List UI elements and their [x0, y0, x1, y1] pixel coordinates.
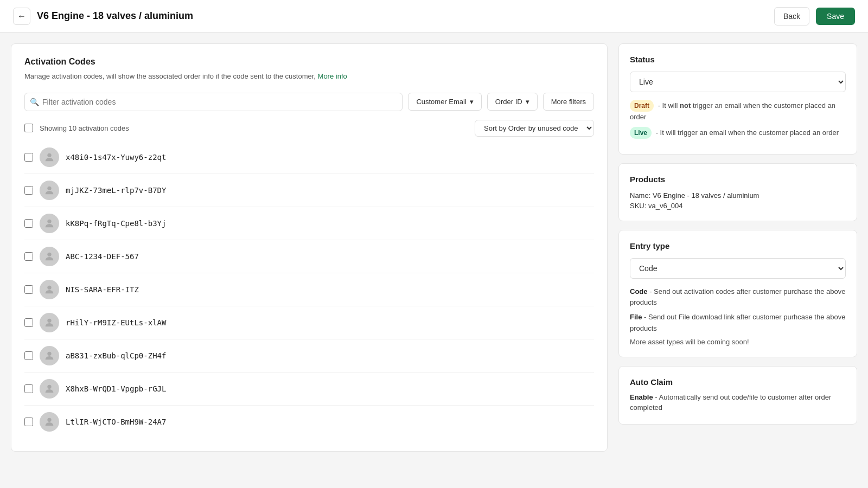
row-checkbox[interactable] [24, 351, 33, 360]
svg-point-7 [47, 384, 51, 388]
entry-type-select[interactable]: Code File [630, 258, 846, 279]
table-row: rHilY-rM9IZ-EUtLs-xlAW [24, 306, 594, 339]
save-button[interactable]: Save [816, 8, 855, 25]
avatar [40, 379, 59, 399]
row-checkbox[interactable] [24, 153, 33, 162]
search-icon: 🔍 [30, 98, 39, 106]
chevron-down-icon: ▾ [526, 98, 529, 106]
auto-claim-description: Enable - Automatically send out code/fil… [630, 392, 846, 413]
select-all-checkbox[interactable] [24, 124, 33, 132]
auto-claim-title: Auto Claim [630, 377, 846, 387]
activation-code: NIS-SARA-EFR-ITZ [66, 285, 139, 294]
more-info-link[interactable]: More info [318, 72, 347, 80]
activation-code: rHilY-rM9IZ-EUtLs-xlAW [66, 318, 166, 327]
products-title: Products [630, 175, 846, 184]
activation-code: ABC-1234-DEF-567 [66, 252, 139, 261]
customer-email-filter-button[interactable]: Customer Email ▾ [408, 93, 481, 111]
activation-code: X8hxB-WrQD1-Vpgpb-rGJL [66, 384, 166, 393]
avatar [40, 412, 59, 432]
filter-bar: 🔍 Customer Email ▾ Order ID ▾ More filte… [24, 93, 594, 111]
status-card: Status Live Draft Draft - It will not tr… [618, 43, 857, 155]
avatar [40, 313, 59, 332]
avatar [40, 346, 59, 365]
activation-code: kK8Pq-fRgTq-Cpe8l-b3Yj [66, 219, 166, 228]
top-bar: ← V6 Engine - 18 valves / aluminium Back… [0, 0, 868, 33]
back-button[interactable]: Back [774, 7, 809, 25]
row-checkbox[interactable] [24, 285, 33, 294]
svg-point-6 [47, 351, 51, 355]
auto-claim-card: Auto Claim Enable - Automatically send o… [618, 366, 857, 425]
svg-point-4 [47, 285, 51, 289]
more-filters-button[interactable]: More filters [543, 93, 594, 111]
sort-select[interactable]: Sort by Order by unused code [475, 120, 594, 137]
svg-point-5 [47, 318, 51, 322]
table-row: X8hxB-WrQD1-Vpgpb-rGJL [24, 372, 594, 405]
activation-code: aB831-zxBub-qlCp0-ZH4f [66, 351, 166, 360]
table-row: mjJKZ-73meL-rlp7v-B7DY [24, 174, 594, 207]
main-content: Activation Codes Manage activation codes… [0, 33, 868, 463]
table-row: kK8Pq-fRgTq-Cpe8l-b3Yj [24, 207, 594, 240]
product-sku: SKU: va_v6_004 [630, 202, 846, 210]
top-bar-left: ← V6 Engine - 18 valves / aluminium [13, 8, 193, 25]
svg-point-0 [47, 153, 51, 157]
table-row: aB831-zxBub-qlCp0-ZH4f [24, 339, 594, 372]
codes-list: x48i0-1s47x-Yuwy6-z2qt mjJKZ-73meL-rlp7v… [24, 141, 594, 438]
code-entry-desc: Code - Send out activation codes after c… [630, 286, 846, 309]
codes-header-row: Showing 10 activation codes [24, 121, 129, 134]
svg-point-8 [47, 418, 51, 421]
activation-code: mjJKZ-73meL-rlp7v-B7DY [66, 186, 166, 195]
avatar [40, 247, 59, 266]
table-row: NIS-SARA-EFR-ITZ [24, 273, 594, 306]
order-id-filter-button[interactable]: Order ID ▾ [487, 93, 538, 111]
avatar [40, 181, 59, 200]
entry-type-title: Entry type [630, 241, 846, 251]
table-row: ABC-1234-DEF-567 [24, 240, 594, 273]
row-checkbox[interactable] [24, 384, 33, 393]
entry-type-card: Entry type Code File Code - Send out act… [618, 230, 857, 357]
activation-code: LtlIR-WjCTO-BmH9W-24A7 [66, 418, 166, 426]
file-entry-desc: File - Send out File download link after… [630, 312, 846, 335]
row-checkbox[interactable] [24, 219, 33, 228]
svg-point-3 [47, 252, 51, 256]
entry-coming-soon: More asset types will be coming soon! [630, 338, 846, 346]
activation-codes-title: Activation Codes [24, 57, 594, 67]
right-panel: Status Live Draft Draft - It will not tr… [618, 43, 857, 452]
row-checkbox[interactable] [24, 252, 33, 261]
activation-code: x48i0-1s47x-Yuwy6-z2qt [66, 153, 166, 162]
live-status-desc: Live - It will trigger an email when the… [630, 127, 846, 139]
left-panel: Activation Codes Manage activation codes… [11, 43, 608, 452]
top-bar-right: Back Save [774, 7, 855, 25]
product-name: Name: V6 Engine - 18 valves / aluminium [630, 191, 846, 200]
draft-status-desc: Draft - It will not trigger an email whe… [630, 100, 846, 123]
search-input[interactable] [24, 93, 403, 111]
svg-point-1 [47, 186, 51, 190]
row-checkbox[interactable] [24, 418, 33, 426]
avatar [40, 280, 59, 299]
page-title: V6 Engine - 18 valves / aluminium [37, 10, 193, 22]
status-title: Status [630, 55, 846, 64]
row-checkbox[interactable] [24, 186, 33, 195]
row-checkbox[interactable] [24, 318, 33, 327]
codes-count: Showing 10 activation codes [40, 124, 129, 132]
avatar [40, 147, 59, 167]
activation-codes-description: Manage activation codes, will show the a… [24, 71, 594, 82]
status-select[interactable]: Live Draft [630, 72, 846, 92]
products-card: Products Name: V6 Engine - 18 valves / a… [618, 163, 857, 221]
search-wrapper: 🔍 [24, 93, 403, 111]
avatar [40, 214, 59, 233]
draft-badge: Draft [630, 100, 654, 112]
codes-toolbar: Showing 10 activation codes Sort by Orde… [24, 120, 594, 137]
live-badge: Live [630, 127, 652, 139]
chevron-down-icon: ▾ [470, 98, 474, 106]
table-row: x48i0-1s47x-Yuwy6-z2qt [24, 141, 594, 174]
back-icon-button[interactable]: ← [13, 8, 30, 25]
table-row: LtlIR-WjCTO-BmH9W-24A7 [24, 405, 594, 438]
svg-point-2 [47, 219, 51, 223]
